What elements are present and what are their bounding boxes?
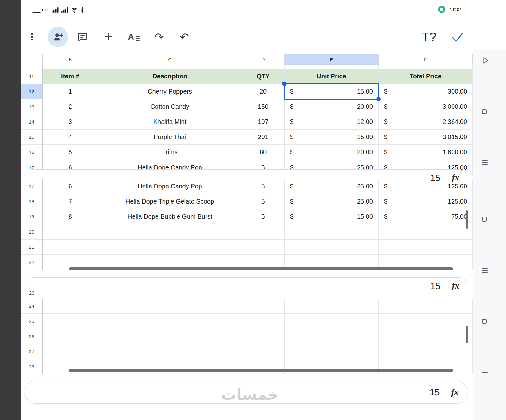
- cell-item[interactable]: [43, 65, 98, 69]
- cell-item[interactable]: 4: [43, 130, 98, 145]
- row-number[interactable]: 14: [21, 114, 43, 130]
- cell-desc[interactable]: Khalifa Mint: [98, 114, 242, 130]
- cell-total[interactable]: $1,600.00: [379, 145, 473, 160]
- column-header-c[interactable]: C: [98, 54, 242, 65]
- cell-total[interactable]: $300.00: [379, 84, 473, 99]
- comment-button[interactable]: [74, 28, 91, 46]
- row-number[interactable]: 11: [21, 69, 43, 84]
- nav-recents-icon[interactable]: [482, 160, 488, 165]
- row-number[interactable]: 17: [21, 179, 43, 194]
- row-number[interactable]: 16: [21, 145, 43, 160]
- cell-qty[interactable]: [242, 224, 285, 240]
- cell-unit[interactable]: [285, 240, 379, 255]
- cell-total[interactable]: [379, 359, 473, 374]
- cell-desc[interactable]: Hella Dope Candy Pop: [98, 179, 242, 194]
- cell-desc[interactable]: [98, 224, 242, 240]
- cell-qty[interactable]: 5: [242, 179, 285, 194]
- cell-total[interactable]: $3,000.00: [379, 99, 473, 114]
- cell-item[interactable]: Item #: [43, 69, 98, 84]
- nav-home-icon[interactable]: [482, 217, 487, 222]
- cell-qty[interactable]: 5: [242, 194, 285, 209]
- cell-unit[interactable]: [285, 329, 379, 344]
- cell-total[interactable]: $3,015.00: [379, 130, 473, 145]
- selection-handle-top-left[interactable]: [282, 82, 287, 86]
- cell-qty[interactable]: [242, 240, 285, 255]
- cell-unit[interactable]: $25.00: [285, 179, 379, 194]
- cell-qty[interactable]: [242, 344, 285, 359]
- cell-desc[interactable]: [98, 359, 242, 374]
- cell-item[interactable]: 2: [43, 99, 98, 114]
- nav-recents-icon[interactable]: [482, 268, 488, 273]
- cell-unit[interactable]: $25.00: [285, 194, 379, 209]
- format-button[interactable]: A: [125, 28, 143, 46]
- cell-qty[interactable]: [242, 65, 285, 69]
- cell-total[interactable]: [379, 344, 473, 359]
- undo-button[interactable]: ↶: [176, 28, 193, 46]
- overflow-menu-button[interactable]: ⋮: [23, 28, 41, 46]
- text-tool-button[interactable]: T?: [418, 28, 440, 46]
- cell-qty[interactable]: [242, 359, 285, 374]
- cell-total[interactable]: Total Price: [379, 69, 473, 84]
- row-number[interactable]: 15: [21, 130, 43, 145]
- cell-desc[interactable]: [98, 240, 242, 255]
- cell-item[interactable]: [43, 329, 98, 344]
- cell-desc[interactable]: [98, 329, 242, 344]
- cell-unit[interactable]: $20.00: [285, 145, 379, 160]
- fx-icon[interactable]: fx: [451, 387, 459, 397]
- row-number[interactable]: 19: [21, 209, 43, 224]
- cell-total[interactable]: [379, 329, 473, 344]
- cell-qty[interactable]: QTY: [242, 69, 285, 84]
- cell-qty[interactable]: 80: [242, 145, 285, 160]
- cell-qty[interactable]: 20: [242, 84, 285, 99]
- cell-desc[interactable]: Description: [98, 69, 242, 84]
- cell-total[interactable]: [379, 224, 473, 240]
- cell-item[interactable]: 8: [43, 209, 98, 224]
- cell-desc[interactable]: [98, 314, 242, 329]
- cell-total[interactable]: [379, 240, 473, 255]
- nav-recents-icon[interactable]: [482, 370, 488, 374]
- cell-total[interactable]: $75.00: [379, 209, 473, 224]
- cell-desc[interactable]: Trims: [98, 145, 242, 160]
- done-button[interactable]: [449, 28, 466, 46]
- formula-bar-overlay[interactable]: 15 fx: [25, 277, 467, 296]
- cell-item[interactable]: 7: [43, 194, 98, 209]
- fx-icon[interactable]: fx: [452, 281, 460, 291]
- cell-desc[interactable]: Hella Dope Bubble Gum Burst: [98, 209, 242, 224]
- cell-desc[interactable]: [98, 299, 242, 314]
- vertical-scrollbar[interactable]: [466, 326, 468, 343]
- redo-button[interactable]: ↷: [150, 28, 168, 46]
- cell-item[interactable]: [43, 344, 98, 359]
- row-number[interactable]: 12: [21, 84, 43, 99]
- cell-qty[interactable]: [242, 329, 285, 344]
- cell-total[interactable]: $125.00: [379, 194, 473, 209]
- row-number[interactable]: 18: [21, 194, 43, 209]
- cell-qty[interactable]: [242, 314, 285, 329]
- row-number[interactable]: 20: [21, 224, 43, 240]
- horizontal-scrollbar[interactable]: [69, 267, 453, 270]
- cell-unit[interactable]: Unit Price: [285, 69, 379, 84]
- selection-handle-bottom-right[interactable]: [376, 97, 381, 101]
- cell-qty[interactable]: 5: [242, 209, 285, 224]
- cell-total[interactable]: $125.00: [379, 179, 473, 194]
- cell-qty[interactable]: 197: [242, 114, 285, 130]
- cell-unit[interactable]: [285, 65, 379, 69]
- cell-unit[interactable]: $20.00: [285, 99, 379, 114]
- cell-unit[interactable]: $15.00: [285, 209, 379, 224]
- cell-desc[interactable]: [98, 65, 242, 69]
- column-header-d[interactable]: D: [242, 54, 285, 65]
- cell-unit[interactable]: $15.00: [285, 84, 379, 99]
- insert-button[interactable]: +: [100, 28, 117, 46]
- row-number[interactable]: 21: [21, 240, 43, 255]
- select-all-corner[interactable]: [21, 54, 43, 65]
- cell-unit[interactable]: [285, 359, 379, 374]
- horizontal-scrollbar[interactable]: [69, 369, 453, 372]
- cell-unit[interactable]: [285, 299, 379, 314]
- nav-home-icon[interactable]: [482, 109, 487, 114]
- vertical-scrollbar[interactable]: [466, 210, 468, 229]
- cell-unit[interactable]: [285, 314, 379, 329]
- cell-desc[interactable]: Hella Dope Triple Gelato Scoop: [98, 194, 242, 209]
- row-number[interactable]: 13: [21, 99, 43, 114]
- cell-total[interactable]: $2,364.00: [379, 114, 473, 130]
- row-number[interactable]: [21, 65, 43, 69]
- cell-item[interactable]: [43, 240, 98, 255]
